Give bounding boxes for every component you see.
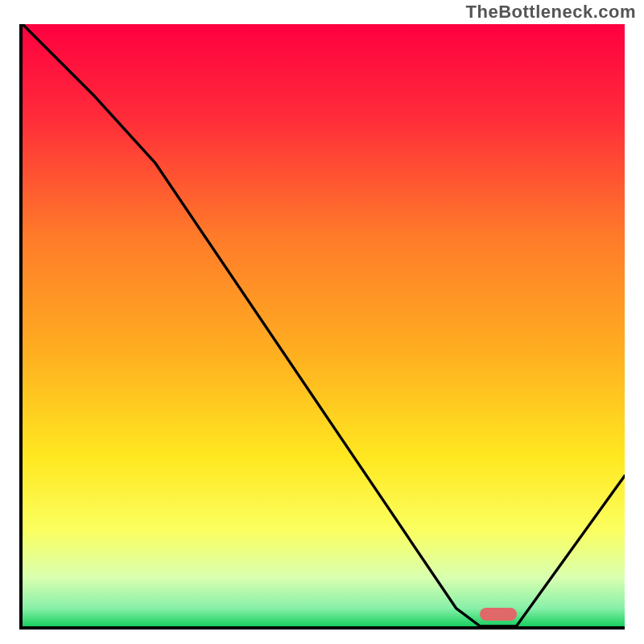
chart-root: TheBottleneck.com — [0, 0, 644, 644]
watermark-text: TheBottleneck.com — [466, 2, 636, 23]
optimal-marker — [480, 608, 517, 621]
curve-path — [23, 24, 625, 626]
plot-area — [19, 24, 625, 630]
bottleneck-curve — [23, 24, 625, 626]
